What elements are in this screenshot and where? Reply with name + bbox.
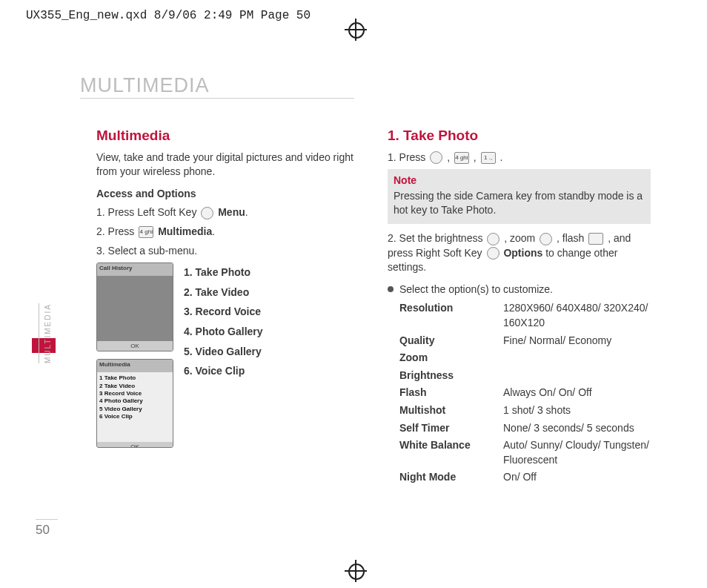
r2-options: Options bbox=[503, 247, 542, 259]
option-row: Multishot1 shot/ 3 shots bbox=[399, 403, 651, 418]
option-row: White BalanceAuto/ Sunny/ Cloudy/ Tungst… bbox=[399, 438, 651, 467]
options-table: Resolution1280X960/ 640X480/ 320X240/ 16… bbox=[388, 301, 651, 485]
flash-key-icon bbox=[588, 233, 603, 245]
nav-key-icon bbox=[430, 151, 442, 164]
phone-screenshot-1: Call History OK bbox=[96, 262, 173, 351]
section-title-multimedia: Multimedia bbox=[96, 126, 359, 146]
phone2-softbar: OK bbox=[97, 442, 173, 448]
right-soft-key-icon bbox=[487, 247, 499, 260]
chapter-rule bbox=[80, 98, 354, 99]
access-heading: Access and Options bbox=[96, 187, 359, 202]
option-label: Brightness bbox=[399, 369, 503, 383]
step-1: 1. Press Left Soft Key Menu. bbox=[96, 205, 359, 220]
step-3: 3. Select a sub-menu. bbox=[96, 244, 359, 259]
phone1-titlebar: Call History bbox=[97, 263, 173, 276]
option-value: 1 shot/ 3 shots bbox=[503, 403, 651, 418]
phone2-item: 6 Voice Clip bbox=[99, 413, 170, 420]
step1-menu: Menu bbox=[218, 206, 245, 218]
left-column: Multimedia View, take and trade your dig… bbox=[96, 126, 359, 488]
note-title: Note bbox=[394, 174, 645, 188]
phone2-item: 2 Take Video bbox=[99, 383, 170, 390]
submenu-item: 5. Video Gallery bbox=[184, 342, 263, 362]
step1-text-a: 1. Press Left Soft Key bbox=[96, 206, 199, 218]
submenu-list: 1. Take Photo 2. Take Video 3. Record Vo… bbox=[184, 262, 263, 448]
option-value: 1280X960/ 640X480/ 320X240/ 160X120 bbox=[503, 301, 651, 330]
section-title-take-photo: 1. Take Photo bbox=[388, 126, 651, 146]
step-r1: 1. Press , 4 ghi , 1 ., . bbox=[388, 151, 651, 165]
registration-mark-bottom bbox=[345, 560, 367, 582]
phone2-item: 3 Record Voice bbox=[99, 390, 170, 397]
option-row: Night ModeOn/ Off bbox=[399, 470, 651, 485]
note-box: Note Pressing the side Camera key from s… bbox=[388, 169, 651, 224]
phone-screenshot-2: Multimedia 1 Take Photo 2 Take Video 3 R… bbox=[96, 359, 173, 448]
option-value: None/ 3 seconds/ 5 seconds bbox=[503, 421, 651, 436]
page-number: 50 bbox=[36, 519, 58, 538]
option-label: Zoom bbox=[399, 351, 503, 366]
bullet-text: Select the option(s) to customize. bbox=[399, 283, 553, 297]
key-1-icon: 1 ., bbox=[481, 152, 496, 164]
option-label: Flash bbox=[399, 386, 503, 400]
option-value bbox=[503, 351, 651, 366]
phone-screenshots: Call History OK Multimedia 1 Take Photo … bbox=[96, 262, 173, 448]
option-row: Self TimerNone/ 3 seconds/ 5 seconds bbox=[399, 421, 651, 436]
phone2-titlebar: Multimedia bbox=[97, 360, 173, 372]
phone2-item: 4 Photo Gallery bbox=[99, 397, 170, 405]
phone1-body bbox=[97, 276, 173, 341]
submenu-item: 3. Record Voice bbox=[184, 302, 263, 322]
option-value: On/ Off bbox=[503, 470, 651, 485]
bullet-dot-icon bbox=[388, 286, 394, 292]
submenu-item: 2. Take Video bbox=[184, 283, 263, 303]
option-label: Quality bbox=[399, 334, 503, 348]
option-label: Self Timer bbox=[399, 421, 503, 436]
right-column: 1. Take Photo 1. Press , 4 ghi , 1 ., . … bbox=[388, 126, 651, 488]
phone2-body: 1 Take Photo 2 Take Video 3 Record Voice… bbox=[97, 372, 173, 442]
submenu-item: 1. Take Photo bbox=[184, 262, 263, 283]
note-body: Pressing the side Camera key from standb… bbox=[394, 189, 645, 218]
r2-text-c: , flash bbox=[557, 232, 587, 244]
step-2: 2. Press 4 ghi Multimedia. bbox=[96, 225, 359, 240]
r2-text-b: , zoom bbox=[504, 232, 538, 244]
option-label: White Balance bbox=[399, 438, 503, 467]
step2-text-a: 2. Press bbox=[96, 225, 137, 237]
key-4ghi-icon: 4 ghi bbox=[454, 152, 469, 164]
option-label: Multishot bbox=[399, 403, 503, 418]
intro-text: View, take and trade your digital pictur… bbox=[96, 151, 359, 179]
r2-text-a: 2. Set the brightness bbox=[388, 232, 485, 244]
phone1-softbar: OK bbox=[97, 341, 173, 351]
option-value: Auto/ Sunny/ Cloudy/ Tungsten/ Fluoresce… bbox=[503, 438, 651, 467]
step-r2: 2. Set the brightness , zoom , flash , a… bbox=[388, 231, 651, 275]
option-value bbox=[503, 369, 651, 383]
submenu-block: Call History OK Multimedia 1 Take Photo … bbox=[96, 262, 359, 448]
option-row: QualityFine/ Normal/ Economy bbox=[399, 334, 651, 348]
submenu-item: 6. Voice Clip bbox=[184, 361, 263, 381]
key-4ghi-icon: 4 ghi bbox=[139, 226, 153, 238]
option-value: Always On/ On/ Off bbox=[503, 386, 651, 400]
zoom-icon bbox=[540, 233, 552, 245]
print-header: UX355_Eng_new.qxd 8/9/06 2:49 PM Page 50 bbox=[26, 9, 311, 22]
phone2-item: 1 Take Photo bbox=[99, 374, 170, 382]
option-row: Brightness bbox=[399, 369, 651, 383]
option-row: Zoom bbox=[399, 351, 651, 366]
side-tab-label: MULTIMEDIA bbox=[39, 303, 52, 363]
brightness-icon bbox=[487, 233, 499, 245]
submenu-item: 4. Photo Gallery bbox=[184, 322, 263, 342]
option-row: Resolution1280X960/ 640X480/ 320X240/ 16… bbox=[399, 301, 651, 330]
r1-text: 1. Press bbox=[388, 151, 428, 163]
step2-multimedia: Multimedia bbox=[158, 225, 212, 237]
option-label: Night Mode bbox=[399, 470, 503, 485]
bullet-row: Select the option(s) to customize. bbox=[388, 283, 651, 297]
chapter-title: MULTIMEDIA bbox=[80, 74, 210, 97]
registration-mark-top bbox=[345, 19, 367, 41]
option-row: FlashAlways On/ On/ Off bbox=[399, 386, 651, 400]
soft-key-icon bbox=[201, 207, 213, 219]
option-label: Resolution bbox=[399, 301, 503, 330]
option-value: Fine/ Normal/ Economy bbox=[503, 334, 651, 348]
phone2-item: 5 Video Gallery bbox=[99, 406, 170, 413]
